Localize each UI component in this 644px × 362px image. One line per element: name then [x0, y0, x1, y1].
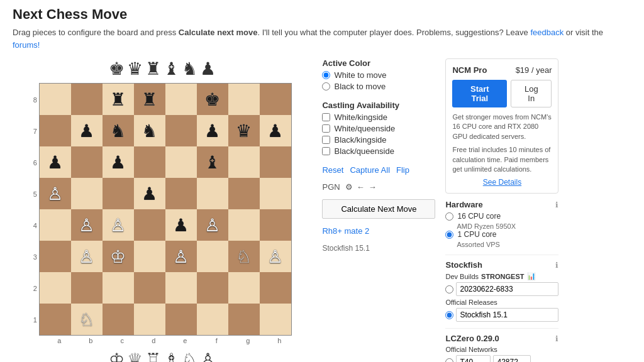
cell-h5[interactable] — [260, 178, 291, 209]
piece-black-rook[interactable]: ♜ — [145, 58, 161, 79]
cell-g7[interactable]: ♛ — [228, 115, 260, 146]
lczero-info-icon[interactable]: ℹ — [555, 334, 558, 343]
cell-b8[interactable] — [71, 84, 103, 115]
lczero-t40-radio[interactable] — [445, 358, 453, 362]
cell-f8[interactable]: ♚ — [197, 84, 228, 115]
hardware-info-icon[interactable]: ℹ — [555, 200, 558, 209]
cell-c2[interactable] — [103, 272, 134, 304]
cell-e2[interactable] — [165, 272, 197, 304]
capture-all-link[interactable]: Capture All — [350, 165, 390, 175]
cell-h3[interactable]: ♙ — [260, 241, 291, 272]
cell-f7[interactable]: ♟ — [197, 115, 228, 146]
cell-g3[interactable]: ♘ — [228, 241, 260, 272]
piece-black-bishop[interactable]: ♝ — [164, 58, 179, 79]
cell-f4[interactable]: ♙ — [197, 209, 228, 241]
see-details-link[interactable]: See Details — [452, 178, 552, 187]
dev-radio[interactable] — [445, 285, 453, 293]
cell-b7[interactable]: ♟ — [71, 115, 103, 146]
cell-c7[interactable]: ♞ — [103, 115, 134, 146]
cell-d2[interactable] — [134, 272, 165, 304]
piece-white-bishop[interactable]: ♗ — [164, 349, 179, 362]
cell-f3[interactable] — [197, 241, 228, 272]
castling-bk-checkbox[interactable] — [322, 136, 330, 144]
cell-c5[interactable] — [103, 178, 134, 209]
cell-a8[interactable] — [40, 84, 71, 115]
cell-h7[interactable]: ♟ — [260, 115, 291, 146]
piece-black-knight[interactable]: ♞ — [182, 58, 197, 79]
official-select-wrap[interactable]: Stockfish 15.1 — [456, 308, 558, 322]
cell-g8[interactable] — [228, 84, 260, 115]
cell-c4[interactable]: ♙ — [103, 209, 134, 241]
dev-select[interactable]: 20230622-6833 — [456, 282, 558, 296]
piece-white-rook[interactable]: ♖ — [145, 349, 161, 362]
cell-a3[interactable] — [40, 241, 71, 272]
hw-1-radio[interactable] — [445, 231, 453, 239]
t40-val-wrap[interactable]: 42872 — [493, 355, 531, 362]
black-to-move-radio[interactable] — [322, 82, 330, 90]
cell-g1[interactable] — [228, 304, 260, 335]
cell-c1[interactable] — [103, 304, 134, 335]
cell-d8[interactable]: ♜ — [134, 84, 165, 115]
piece-black-king[interactable]: ♚ — [109, 58, 125, 79]
cell-a1[interactable] — [40, 304, 71, 335]
cell-f2[interactable] — [197, 272, 228, 304]
cell-f1[interactable] — [197, 304, 228, 335]
cell-a2[interactable] — [40, 272, 71, 304]
piece-white-pawn[interactable]: ♙ — [200, 349, 216, 362]
cell-c8[interactable]: ♜ — [103, 84, 134, 115]
official-select[interactable]: Stockfish 15.1 — [456, 308, 558, 322]
cell-e6[interactable] — [165, 146, 197, 178]
cell-f6[interactable]: ♝ — [197, 146, 228, 178]
reset-link[interactable]: Reset — [322, 165, 343, 175]
cell-h1[interactable] — [260, 304, 291, 335]
cell-g4[interactable] — [228, 209, 260, 241]
cell-b6[interactable] — [71, 146, 103, 178]
cell-f5[interactable] — [197, 178, 228, 209]
cell-h2[interactable] — [260, 272, 291, 304]
cell-a6[interactable]: ♟ — [40, 146, 71, 178]
cell-h6[interactable] — [260, 146, 291, 178]
pgn-prev-icon[interactable]: ← — [357, 182, 365, 192]
hw-16-radio[interactable] — [445, 212, 453, 221]
flip-link[interactable]: Flip — [396, 165, 409, 175]
cell-d6[interactable] — [134, 146, 165, 178]
piece-white-king[interactable]: ♔ — [109, 349, 125, 362]
stockfish-info-icon[interactable]: ℹ — [555, 261, 558, 270]
piece-white-queen[interactable]: ♕ — [127, 349, 143, 362]
cell-e1[interactable] — [165, 304, 197, 335]
cell-d7[interactable]: ♞ — [134, 115, 165, 146]
cell-b4[interactable]: ♙ — [71, 209, 103, 241]
piece-white-knight[interactable]: ♘ — [182, 349, 197, 362]
piece-black-pawn[interactable]: ♟ — [200, 58, 216, 79]
cell-e5[interactable] — [165, 178, 197, 209]
official-radio[interactable] — [445, 311, 453, 319]
cell-d3[interactable] — [134, 241, 165, 272]
t40-val-select[interactable]: 42872 — [493, 355, 531, 362]
cell-g2[interactable] — [228, 272, 260, 304]
castling-wk-checkbox[interactable] — [322, 113, 330, 121]
cell-b5[interactable] — [71, 178, 103, 209]
cell-a4[interactable] — [40, 209, 71, 241]
forums-link[interactable]: forums! — [13, 40, 40, 50]
cell-a7[interactable] — [40, 115, 71, 146]
cell-e7[interactable] — [165, 115, 197, 146]
feedback-link[interactable]: feedback — [530, 28, 564, 37]
cell-a5[interactable]: ♙ — [40, 178, 71, 209]
dev-select-wrap[interactable]: 20230622-6833 — [456, 282, 558, 296]
cell-h4[interactable] — [260, 209, 291, 241]
pgn-next-icon[interactable]: → — [369, 182, 377, 192]
castling-wq-checkbox[interactable] — [322, 124, 330, 133]
cell-d4[interactable] — [134, 209, 165, 241]
cell-d5[interactable]: ♟ — [134, 178, 165, 209]
t40-select-wrap[interactable]: T40 — [456, 355, 491, 362]
cell-b1[interactable]: ♘ — [71, 304, 103, 335]
white-to-move-radio[interactable] — [322, 71, 330, 79]
cell-e8[interactable] — [165, 84, 197, 115]
cell-g6[interactable] — [228, 146, 260, 178]
cell-c3[interactable]: ♔ — [103, 241, 134, 272]
cell-b3[interactable]: ♙ — [71, 241, 103, 272]
chess-board[interactable]: ♜♜♚♟♞♞♟♛♟♟♟♝♙♟♙♙♟♙♙♔♙♘♙♘ — [39, 83, 292, 336]
cell-e3[interactable]: ♙ — [165, 241, 197, 272]
login-button[interactable]: Log In — [511, 80, 552, 107]
cell-e4[interactable]: ♟ — [165, 209, 197, 241]
